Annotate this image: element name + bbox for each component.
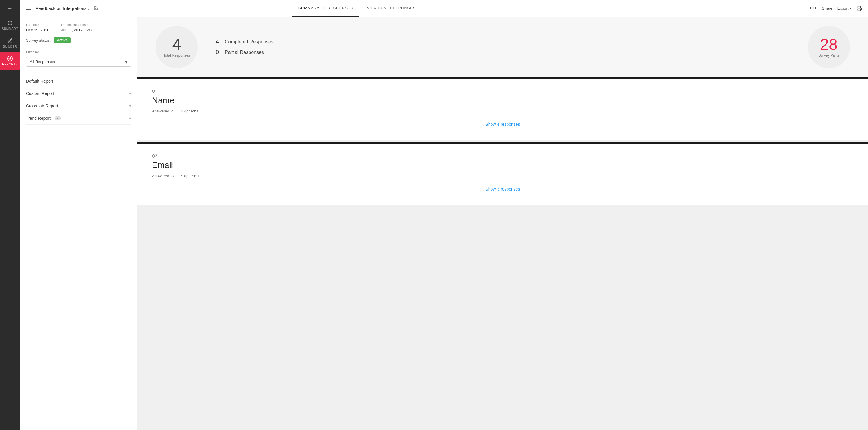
completed-responses-row: 4 Completed Responses [216, 38, 274, 45]
export-button[interactable]: Export ▾ [837, 6, 852, 10]
partial-number: 0 [216, 49, 222, 56]
total-responses-number: 4 [173, 36, 181, 52]
custom-report-chevron-icon: ▾ [129, 91, 131, 96]
q2-skipped: Skipped: 1 [181, 174, 199, 178]
launched-value: Dec 19, 2016 [26, 28, 49, 32]
filter-label: Filter by [26, 50, 131, 54]
edit-title-button[interactable] [94, 6, 98, 11]
q1-skipped: Skipped: 0 [181, 109, 199, 113]
top-header: Feedback on Integrations ... Summary of … [20, 0, 868, 17]
visits-number: 28 [820, 36, 838, 52]
q1-show-responses-link[interactable]: Show 4 responses [152, 119, 854, 129]
filter-select-wrapper: All Responses ▾ [26, 57, 131, 67]
sidebar-section-crosstab[interactable]: Cross-tab Report ▾ [26, 100, 131, 112]
sidebar-section-trend[interactable]: Trend Report 4 ▾ [26, 112, 131, 124]
header-title: Feedback on Integrations ... [36, 6, 92, 11]
q2-show-responses-link[interactable]: Show 3 responses [152, 184, 854, 194]
edit-icon [94, 6, 98, 10]
add-button[interactable]: + [4, 3, 16, 14]
total-responses-circle: 4 Total Responses [156, 26, 198, 68]
hamburger-icon [26, 6, 31, 10]
main-content: Launched Dec 19, 2016 Recent Response Ju… [20, 17, 868, 430]
launched-group: Launched Dec 19, 2016 [26, 23, 49, 33]
status-badge: Active [54, 37, 70, 43]
reports-icon [7, 56, 13, 61]
svg-rect-2 [10, 21, 12, 23]
app-container: Feedback on Integrations ... Summary of … [20, 0, 868, 430]
question-card-1: Q1 Name Answered: 4 Skipped: 0 Show 4 re… [137, 78, 868, 140]
launched-label: Launched [26, 23, 49, 27]
q1-label: Q1 [152, 89, 854, 93]
sidebar: Launched Dec 19, 2016 Recent Response Ju… [20, 17, 137, 430]
recent-label: Recent Response [61, 23, 93, 27]
status-row: Survey status: Active [26, 37, 131, 43]
status-label: Survey status: [26, 38, 51, 42]
summary-icon [7, 20, 13, 26]
crosstab-report-chevron-icon: ▾ [129, 104, 131, 108]
svg-rect-3 [10, 24, 12, 25]
menu-button[interactable] [26, 5, 31, 11]
print-button[interactable] [857, 6, 862, 11]
sidebar-meta: Launched Dec 19, 2016 Recent Response Ju… [26, 23, 131, 33]
custom-report-label: Custom Report [26, 91, 54, 96]
nav-label-reports: Reports [2, 63, 18, 66]
svg-rect-6 [26, 7, 31, 8]
share-button[interactable]: Share [822, 6, 832, 10]
completed-number: 4 [216, 38, 222, 45]
nav-item-summary[interactable]: Summary [0, 16, 20, 34]
more-options-button[interactable]: ••• [809, 5, 817, 11]
filter-select[interactable]: All Responses [26, 57, 131, 67]
nav-item-reports[interactable]: Reports [0, 52, 20, 70]
trend-report-badge: 4 [55, 116, 61, 120]
svg-rect-5 [26, 6, 31, 6]
svg-rect-0 [8, 21, 10, 23]
nav-label-builder: Builder [3, 45, 17, 48]
nav-item-builder[interactable]: Builder [0, 34, 20, 52]
header-tabs: Summary of Responses Individual Response… [292, 0, 422, 17]
q2-answered: Answered: 3 [152, 174, 174, 178]
partial-label: Partial Responses [225, 50, 264, 55]
trend-report-chevron-icon: ▾ [129, 116, 131, 121]
survey-visits-circle: 28 Survey Visits [808, 26, 850, 68]
q1-title: Name [152, 95, 854, 105]
partial-responses-row: 0 Partial Responses [216, 49, 274, 56]
trend-report-label: Trend Report [26, 116, 51, 121]
svg-rect-8 [858, 9, 861, 10]
q1-meta: Answered: 4 Skipped: 0 [152, 109, 854, 113]
recent-value: Jul 21, 2017 16:08 [61, 28, 93, 32]
completed-label: Completed Responses [225, 39, 274, 45]
question-card-2: Q2 Email Answered: 3 Skipped: 1 Show 3 r… [137, 142, 868, 205]
sidebar-section-custom[interactable]: Custom Report ▾ [26, 87, 131, 100]
print-icon [857, 6, 862, 11]
q2-title: Email [152, 161, 854, 170]
response-stats-group: 4 Completed Responses 0 Partial Response… [216, 38, 274, 56]
crosstab-report-label: Cross-tab Report [26, 104, 58, 108]
tab-individual-responses[interactable]: Individual Responses [359, 0, 422, 17]
sidebar-section-default[interactable]: Default Report [26, 75, 131, 87]
builder-icon [7, 38, 13, 44]
q1-answered: Answered: 4 [152, 109, 174, 113]
content-panel: 4 Total Responses 4 Completed Responses … [137, 17, 868, 430]
nav-bar: + Summary Builder Reports [0, 0, 20, 430]
tab-summary-responses[interactable]: Summary of Responses [292, 0, 359, 17]
svg-rect-7 [26, 9, 31, 10]
q2-label: Q2 [152, 153, 854, 158]
nav-label-summary: Summary [2, 27, 18, 30]
trend-report-left: Trend Report 4 [26, 116, 61, 121]
svg-rect-1 [8, 24, 10, 25]
header-actions: ••• Share Export ▾ [809, 5, 862, 11]
default-report-label: Default Report [26, 79, 53, 84]
total-responses-label: Total Responses [163, 53, 190, 58]
visits-label: Survey Visits [818, 53, 839, 58]
stats-bar: 4 Total Responses 4 Completed Responses … [137, 17, 868, 78]
q2-meta: Answered: 3 Skipped: 1 [152, 174, 854, 178]
recent-response-group: Recent Response Jul 21, 2017 16:08 [61, 23, 93, 33]
